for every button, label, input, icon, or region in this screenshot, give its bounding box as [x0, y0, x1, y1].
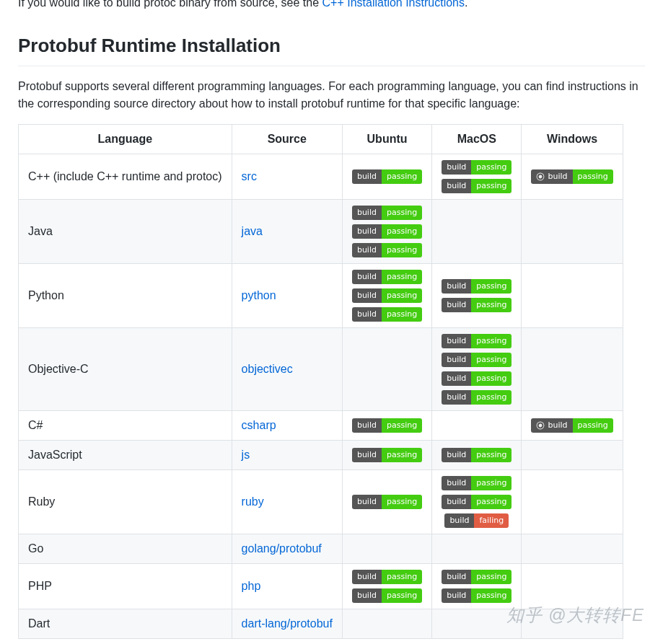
build-badge[interactable]: buildpassing	[531, 169, 612, 184]
section-heading: Protobuf Runtime Installation	[18, 32, 645, 66]
build-badge[interactable]: buildpassing	[442, 371, 511, 386]
language-cell: JavaScript	[19, 441, 232, 470]
badge-cell	[432, 534, 522, 564]
badge-cell: buildpassing	[432, 441, 522, 470]
source-cell: objectivec	[232, 328, 342, 411]
source-cell: java	[232, 200, 342, 264]
badge-cell	[522, 534, 623, 564]
build-badge[interactable]: buildpassing	[352, 224, 422, 239]
badge-cell	[522, 564, 623, 609]
source-cell: ruby	[232, 470, 342, 534]
source-cell: dart-lang/protobuf	[232, 609, 342, 639]
table-row: JavaScriptjsbuildpassingbuildpassing	[19, 441, 623, 470]
source-cell: csharp	[232, 411, 342, 441]
language-cell: Java	[19, 200, 232, 264]
table-header: Windows	[522, 125, 623, 154]
source-cell: php	[232, 564, 342, 609]
badge-cell	[522, 470, 623, 534]
source-link[interactable]: src	[242, 170, 257, 182]
build-badge[interactable]: buildpassing	[352, 288, 422, 303]
source-link[interactable]: python	[242, 289, 276, 301]
build-badge[interactable]: buildpassing	[352, 206, 422, 220]
badge-cell	[342, 534, 431, 564]
source-link[interactable]: objectivec	[242, 363, 293, 375]
build-badge[interactable]: buildpassing	[352, 270, 422, 284]
language-cell: Ruby	[19, 470, 232, 534]
build-badge[interactable]: buildpassing	[442, 448, 511, 462]
source-link[interactable]: ruby	[242, 495, 264, 508]
build-badge[interactable]: buildpassing	[442, 570, 511, 584]
intro-suffix: .	[465, 0, 467, 9]
badge-cell	[522, 441, 623, 470]
build-badge[interactable]: buildpassing	[352, 243, 422, 257]
build-badge[interactable]: buildpassing	[442, 298, 511, 312]
intro-paragraph: If you would like to build protoc binary…	[18, 0, 645, 12]
badge-cell: buildpassing	[342, 154, 431, 200]
badge-cell: buildpassingbuildpassingbuildfailing	[432, 470, 522, 534]
language-cell: C++ (include C++ runtime and protoc)	[19, 154, 232, 200]
badge-cell: buildpassingbuildpassingbuildpassing	[342, 264, 431, 328]
intro-prefix: If you would like to build protoc binary…	[18, 0, 322, 9]
table-row: C++ (include C++ runtime and protoc)srcb…	[19, 154, 623, 200]
build-badge[interactable]: buildpassing	[442, 334, 511, 348]
source-link[interactable]: js	[242, 449, 250, 461]
table-header: Ubuntu	[342, 125, 431, 154]
build-badge[interactable]: buildpassing	[442, 495, 511, 509]
table-row: Rubyrubybuildpassingbuildpassingbuildpas…	[19, 470, 623, 534]
badge-cell	[432, 411, 522, 441]
language-cell: Objective-C	[19, 328, 232, 411]
table-row: Pythonpythonbuildpassingbuildpassingbuil…	[19, 264, 623, 328]
build-badge[interactable]: buildpassing	[352, 418, 422, 433]
build-badge[interactable]: buildpassing	[442, 476, 511, 490]
badge-cell: buildpassing	[342, 411, 431, 441]
source-link[interactable]: csharp	[242, 419, 276, 431]
badge-cell	[522, 264, 623, 328]
table-header: Source	[232, 125, 342, 154]
table-row: Javajavabuildpassingbuildpassingbuildpas…	[19, 200, 623, 264]
badge-cell: buildpassing	[342, 441, 431, 470]
build-badge[interactable]: buildpassing	[531, 418, 612, 433]
table-row: Gogolang/protobuf	[19, 534, 623, 564]
table-row: Objective-Cobjectivecbuildpassingbuildpa…	[19, 328, 623, 411]
table-header: MacOS	[432, 125, 522, 154]
build-badge[interactable]: buildpassing	[352, 307, 422, 322]
source-link[interactable]: golang/protobuf	[242, 542, 322, 555]
table-header: Language	[19, 125, 232, 154]
badge-cell	[522, 609, 623, 639]
badge-cell: buildpassingbuildpassing	[432, 564, 522, 609]
badge-cell: buildpassing	[522, 154, 623, 200]
build-badge[interactable]: buildpassing	[352, 588, 422, 603]
language-cell: PHP	[19, 564, 232, 609]
build-badge[interactable]: buildpassing	[442, 588, 511, 603]
badge-cell: buildpassingbuildpassingbuildpassingbuil…	[432, 328, 522, 411]
build-badge[interactable]: buildpassing	[442, 160, 511, 175]
source-link[interactable]: java	[242, 225, 263, 237]
language-cell: Go	[19, 534, 232, 564]
source-link[interactable]: php	[242, 580, 261, 592]
badge-cell	[432, 609, 522, 639]
badge-cell: buildpassing	[522, 411, 623, 441]
table-row: PHPphpbuildpassingbuildpassingbuildpassi…	[19, 564, 623, 609]
badge-cell	[342, 609, 431, 639]
build-badge[interactable]: buildpassing	[442, 390, 511, 405]
build-badge[interactable]: buildpassing	[352, 570, 422, 584]
source-cell: python	[232, 264, 342, 328]
badge-cell	[522, 328, 623, 411]
source-link[interactable]: dart-lang/protobuf	[242, 617, 333, 630]
build-badge[interactable]: buildpassing	[352, 169, 422, 184]
language-cell: C#	[19, 411, 232, 441]
build-badge[interactable]: buildpassing	[442, 179, 511, 193]
build-badge[interactable]: buildpassing	[352, 495, 422, 509]
build-badge[interactable]: buildpassing	[442, 353, 511, 367]
badge-cell	[342, 328, 431, 411]
badge-cell: buildpassingbuildpassing	[432, 264, 522, 328]
cpp-install-link[interactable]: C++ Installation Instructions	[322, 0, 465, 9]
badge-cell: buildpassingbuildpassing	[432, 154, 522, 200]
language-cell: Dart	[19, 609, 232, 639]
build-badge[interactable]: buildpassing	[442, 279, 511, 294]
build-badge[interactable]: buildfailing	[444, 513, 509, 528]
source-cell: js	[232, 441, 342, 470]
build-badge[interactable]: buildpassing	[352, 448, 422, 462]
table-row: C#csharpbuildpassingbuildpassing	[19, 411, 623, 441]
badge-cell: buildpassingbuildpassing	[342, 564, 431, 609]
